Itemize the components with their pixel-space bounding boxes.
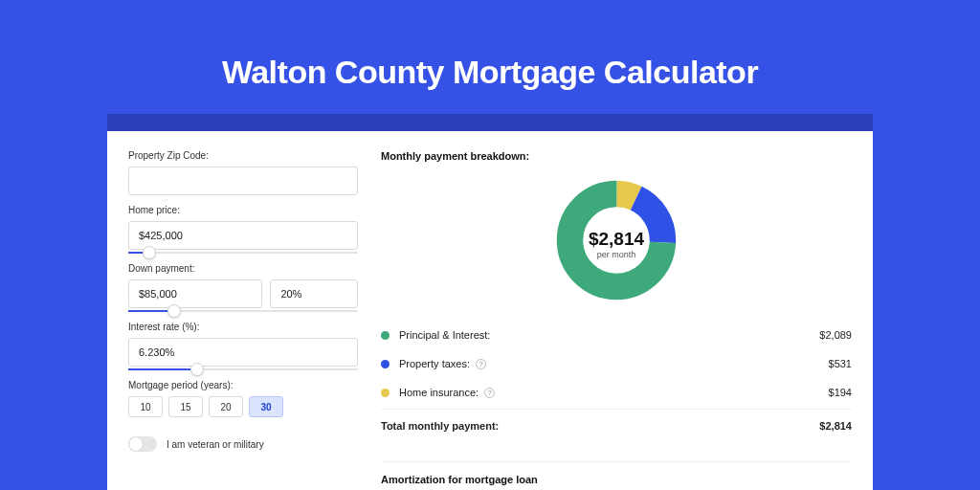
down-payment-pct-input[interactable] bbox=[270, 279, 358, 308]
down-payment-block: Down payment: bbox=[128, 263, 358, 312]
veteran-toggle-knob bbox=[129, 437, 143, 451]
breakdown-row: Principal & Interest:$2,089 bbox=[381, 321, 852, 349]
breakdown-row: Home insurance:?$194 bbox=[381, 378, 852, 407]
breakdown-label-text: Home insurance: bbox=[399, 387, 479, 398]
total-value: $2,814 bbox=[819, 420, 852, 432]
breakdown-title: Monthly payment breakdown: bbox=[381, 150, 852, 162]
period-label: Mortgage period (years): bbox=[128, 380, 358, 390]
zip-block: Property Zip Code: bbox=[128, 150, 358, 195]
divider bbox=[381, 409, 852, 410]
info-icon[interactable]: ? bbox=[476, 359, 486, 369]
home-price-block: Home price: bbox=[128, 205, 358, 254]
interest-slider-fill bbox=[128, 368, 197, 370]
home-price-label: Home price: bbox=[128, 205, 358, 215]
donut-amount: $2,814 bbox=[589, 229, 644, 250]
breakdown-label: Principal & Interest: bbox=[399, 329, 819, 341]
period-block: Mortgage period (years): 10152030 bbox=[128, 380, 358, 417]
info-icon[interactable]: ? bbox=[484, 388, 495, 398]
period-buttons: 10152030 bbox=[128, 396, 358, 417]
zip-input[interactable] bbox=[128, 167, 358, 195]
breakdown-label: Home insurance:? bbox=[399, 387, 829, 398]
breakdown-value: $194 bbox=[829, 387, 852, 398]
home-price-slider[interactable] bbox=[128, 252, 358, 254]
legend-dot-yellow bbox=[381, 389, 390, 397]
veteran-row: I am veteran or military bbox=[128, 436, 358, 452]
breakdown-label-text: Property taxes: bbox=[399, 358, 470, 369]
period-button-30[interactable]: 30 bbox=[249, 396, 283, 417]
divider bbox=[381, 461, 852, 462]
amortization-title: Amortization for mortgage loan bbox=[381, 474, 852, 485]
amortization-section: Amortization for mortgage loan Amortizat… bbox=[381, 461, 852, 490]
down-payment-input[interactable] bbox=[128, 279, 262, 308]
down-payment-slider-thumb[interactable] bbox=[167, 304, 181, 318]
breakdown-value: $531 bbox=[829, 358, 852, 369]
page-title: Walton County Mortgage Calculator bbox=[0, 0, 980, 114]
legend-dot-blue bbox=[381, 360, 390, 368]
veteran-label: I am veteran or military bbox=[167, 439, 264, 450]
period-button-10[interactable]: 10 bbox=[128, 396, 163, 417]
zip-label: Property Zip Code: bbox=[128, 150, 358, 161]
interest-block: Interest rate (%): bbox=[128, 322, 358, 370]
breakdown-value: $2,089 bbox=[819, 329, 852, 341]
results-panel: Monthly payment breakdown: $2,814 per mo… bbox=[381, 150, 852, 490]
breakdown-label: Property taxes:? bbox=[399, 358, 829, 369]
donut-center: $2,814 per month bbox=[589, 229, 644, 259]
home-price-input[interactable] bbox=[128, 221, 358, 250]
donut-per-month-label: per month bbox=[589, 250, 644, 259]
calculator-card: Property Zip Code: Home price: Down paym… bbox=[107, 131, 873, 490]
period-button-15[interactable]: 15 bbox=[168, 396, 203, 417]
interest-slider-thumb[interactable] bbox=[190, 363, 204, 376]
total-label: Total monthly payment: bbox=[381, 420, 819, 432]
home-price-slider-thumb[interactable] bbox=[143, 246, 156, 259]
down-payment-slider[interactable] bbox=[128, 310, 358, 312]
breakdown-label-text: Principal & Interest: bbox=[399, 329, 490, 341]
form-panel: Property Zip Code: Home price: Down paym… bbox=[128, 150, 358, 490]
period-button-20[interactable]: 20 bbox=[209, 396, 243, 417]
header-band bbox=[107, 114, 873, 131]
veteran-toggle[interactable] bbox=[128, 436, 157, 452]
legend-dot-green bbox=[381, 331, 390, 340]
interest-input[interactable] bbox=[128, 338, 358, 367]
breakdown-list: Principal & Interest:$2,089Property taxe… bbox=[381, 321, 852, 440]
breakdown-row: Property taxes:?$531 bbox=[381, 349, 852, 378]
interest-label: Interest rate (%): bbox=[128, 322, 358, 332]
total-row: Total monthly payment:$2,814 bbox=[381, 412, 852, 440]
donut-chart: $2,814 per month bbox=[381, 173, 852, 315]
interest-slider[interactable] bbox=[128, 368, 358, 370]
down-payment-label: Down payment: bbox=[128, 263, 358, 274]
